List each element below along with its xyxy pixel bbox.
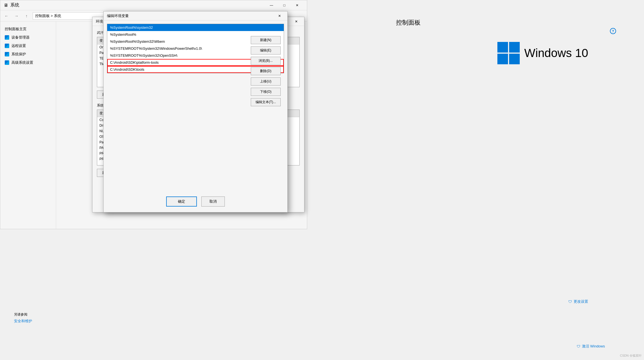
titlebar-controls: — □ ✕ — [265, 0, 304, 10]
activate-shield-icon: 🛡 — [577, 344, 580, 349]
edit-new-button[interactable]: 新建(N) — [251, 36, 281, 44]
list-item-0[interactable]: %SystemRoot%\system32 — [107, 24, 284, 31]
edit-env-body: %SystemRoot%\system32 %SystemRoot% %Syst… — [104, 20, 287, 212]
shield-icon-4 — [5, 60, 9, 65]
win10-logo — [497, 42, 520, 64]
sidebar-device-manager-label: 设备管理器 — [11, 35, 30, 40]
sidebar-advanced-label: 高级系统设置 — [11, 60, 33, 65]
win10-logo-q1 — [497, 42, 508, 53]
change-settings-label: 更改设置 — [574, 299, 588, 304]
see-also-link[interactable]: 安全和维护 — [14, 319, 32, 324]
help-icon[interactable]: ? — [610, 28, 616, 34]
edit-text-button[interactable]: 编辑文本(T)... — [251, 98, 281, 106]
csdn-watermark: CSDN 令狐双叶 — [620, 354, 642, 358]
minimize-button[interactable]: — — [265, 0, 278, 10]
maximize-button[interactable]: □ — [278, 0, 291, 10]
win10-area: Windows 10 — [497, 42, 588, 64]
sidebar: 控制面板主页 设备管理器 远程设置 系统保护 高级系统设置 — [0, 22, 56, 229]
back-button[interactable]: ← — [3, 12, 10, 20]
edit-action-buttons: 新建(N) 编辑(E) 浏览(B)... 删除(D) 上移(U) 下移(O) 编… — [251, 36, 281, 106]
activate-windows[interactable]: 🛡 激活 Windows — [577, 344, 605, 349]
edit-list-wrapper: %SystemRoot%\system32 %SystemRoot% %Syst… — [107, 24, 284, 193]
sidebar-protection-label: 系统保护 — [11, 52, 26, 57]
see-also-section: 另请参阅 安全和维护 — [14, 312, 32, 324]
system-close-button[interactable]: ✕ — [291, 0, 304, 10]
change-settings-shield: 🛡 — [568, 300, 572, 304]
edit-env-dialog-title: 编辑环境变量 — [107, 13, 275, 18]
sidebar-item-protection[interactable]: 系统保护 — [0, 50, 56, 58]
win10-logo-q3 — [497, 54, 508, 64]
sidebar-item-remote[interactable]: 远程设置 — [0, 42, 56, 50]
edit-env-titlebar: 编辑环境变量 ✕ — [104, 11, 287, 20]
shield-icon-2 — [5, 44, 9, 48]
see-also-title: 另请参阅 — [14, 312, 32, 317]
sidebar-item-advanced[interactable]: 高级系统设置 — [0, 58, 56, 67]
sidebar-item-device-manager[interactable]: 设备管理器 — [0, 33, 56, 42]
change-settings-link[interactable]: 🛡 更改设置 — [568, 299, 588, 304]
env-vars-close-button[interactable]: ✕ — [292, 17, 301, 26]
up-button[interactable]: ↑ — [23, 12, 30, 20]
edit-env-footer: 确定 取消 — [107, 196, 284, 209]
edit-browse-button[interactable]: 浏览(B)... — [251, 57, 281, 65]
edit-env-cancel-button[interactable]: 取消 — [201, 196, 225, 207]
control-panel-title: 控制面板 — [396, 18, 421, 27]
edit-env-close-button[interactable]: ✕ — [275, 11, 284, 20]
breadcrumb-text: 控制面板 > 系统 — [35, 13, 61, 18]
edit-env-ok-button[interactable]: 确定 — [166, 196, 197, 207]
edit-env-dialog: 编辑环境变量 ✕ %SystemRoot%\system32 %SystemRo… — [103, 11, 288, 212]
shield-icon-1 — [5, 35, 9, 40]
win10-logo-q4 — [509, 54, 520, 64]
forward-button[interactable]: → — [13, 12, 20, 20]
edit-delete-button[interactable]: 删除(D) — [251, 67, 281, 75]
win10-text: Windows 10 — [524, 46, 588, 60]
system-titlebar: 🖥 系统 — □ ✕ — [0, 0, 307, 10]
sidebar-home-label: 控制面板主页 — [5, 27, 27, 32]
win10-logo-q2 — [509, 42, 520, 53]
edit-move-down-button[interactable]: 下移(O) — [251, 88, 281, 96]
edit-move-up-button[interactable]: 上移(U) — [251, 77, 281, 86]
system-window-title: 系统 — [10, 2, 19, 8]
system-window-icon: 🖥 — [4, 3, 8, 8]
shield-icon-3 — [5, 52, 9, 56]
activate-windows-label: 激活 Windows — [582, 344, 605, 349]
sidebar-item-home[interactable]: 控制面板主页 — [0, 25, 56, 33]
sidebar-remote-label: 远程设置 — [11, 43, 26, 48]
edit-edit-button[interactable]: 编辑(E) — [251, 46, 281, 55]
